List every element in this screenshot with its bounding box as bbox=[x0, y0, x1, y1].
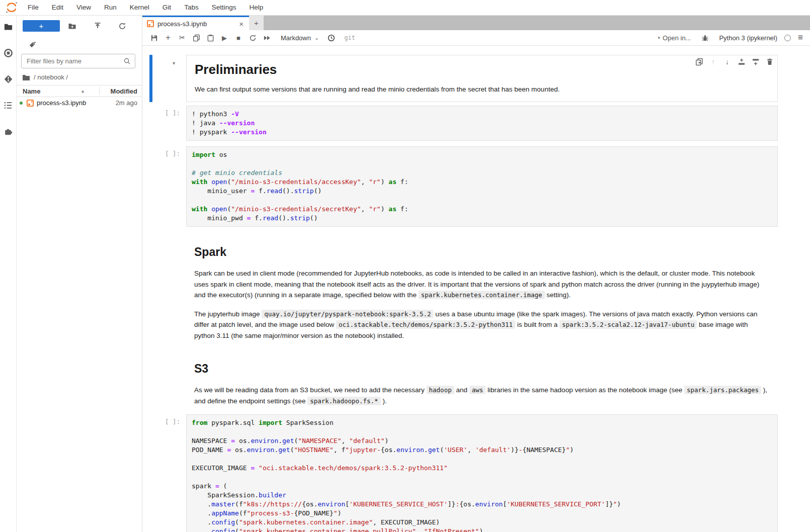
history-clock-icon[interactable] bbox=[324, 32, 338, 44]
menu-item-help[interactable]: Help bbox=[242, 4, 270, 11]
code-cell[interactable]: import os # get minio credentials with o… bbox=[186, 146, 778, 227]
home-folder-icon bbox=[22, 74, 30, 81]
file-browser-secondary-toolbar bbox=[17, 35, 142, 50]
menu-item-settings[interactable]: Settings bbox=[205, 4, 243, 11]
open-in-dropdown[interactable]: ▾ Open in... bbox=[658, 34, 691, 42]
column-header-modified[interactable]: Modified bbox=[100, 87, 142, 95]
cell-1[interactable]: [ ]:! python3 -V ! java --version ! pysp… bbox=[142, 106, 810, 141]
menu-item-tabs[interactable]: Tabs bbox=[178, 4, 205, 11]
cell-4[interactable]: S3As we will be reading data from an S3 … bbox=[142, 349, 810, 414]
menu-item-git[interactable]: Git bbox=[156, 4, 178, 11]
interrupt-kernel-icon[interactable]: ■ bbox=[231, 32, 246, 44]
cell-gutter: [ ]: bbox=[142, 414, 186, 532]
insert-cell-below-icon[interactable] bbox=[751, 57, 760, 66]
duplicate-cell-icon[interactable] bbox=[694, 57, 704, 66]
kernel-name-button[interactable]: Python 3 (ipykernel) bbox=[719, 34, 777, 42]
activity-bar bbox=[0, 16, 17, 532]
text-run: As we will be reading data from an S3 bu… bbox=[194, 386, 427, 394]
notebook-file-icon bbox=[147, 20, 154, 27]
cell-collapser-icon[interactable]: ▾ bbox=[173, 60, 175, 66]
chevron-down-icon: ⌄ bbox=[314, 35, 319, 41]
notebook-file-icon bbox=[27, 100, 34, 107]
paste-cells-icon[interactable] bbox=[203, 32, 217, 44]
code-cell[interactable]: ! python3 -V ! java --version ! pyspark … bbox=[186, 106, 778, 141]
menu-item-file[interactable]: File bbox=[21, 4, 45, 11]
new-launcher-button[interactable]: + bbox=[23, 20, 60, 32]
cell-type-dropdown[interactable]: Markdown ⌄ bbox=[281, 34, 319, 42]
cell-gutter: [ ]: bbox=[142, 106, 186, 141]
menu-item-edit[interactable]: Edit bbox=[45, 4, 70, 11]
menu-item-view[interactable]: View bbox=[70, 4, 98, 11]
restart-kernel-icon[interactable] bbox=[246, 32, 260, 44]
text-run: is built from a bbox=[515, 321, 559, 328]
menu-items: FileEditViewRunKernelGitTabsSettingsHelp bbox=[21, 0, 270, 15]
file-list-header: Name ▲ Modified bbox=[17, 85, 142, 97]
running-kernels-icon[interactable] bbox=[4, 48, 13, 58]
move-cell-down-icon[interactable]: ↓ bbox=[722, 57, 732, 66]
notebook-toolbar: + ✂ ▶ ■ bbox=[142, 30, 810, 46]
file-browser-panel: + bbox=[17, 16, 142, 532]
filter-files-input[interactable] bbox=[27, 57, 123, 65]
text-run: setting). bbox=[545, 291, 571, 299]
delete-cell-icon[interactable] bbox=[765, 57, 774, 66]
code-editor[interactable]: import os # get minio credentials with o… bbox=[192, 150, 772, 223]
git-icon[interactable] bbox=[4, 74, 13, 84]
panel-menu-icon[interactable]: ≡ bbox=[798, 33, 803, 43]
code-cell[interactable]: from pyspark.sql import SparkSession NAM… bbox=[186, 414, 778, 532]
restart-run-all-icon[interactable] bbox=[260, 32, 274, 44]
cell-5[interactable]: [ ]:from pyspark.sql import SparkSession… bbox=[142, 414, 810, 532]
insert-cell-above-icon[interactable] bbox=[737, 57, 746, 66]
cell-gutter bbox=[142, 232, 186, 349]
column-header-name[interactable]: Name ▲ bbox=[17, 87, 99, 95]
markdown-cell[interactable]: SparkSpark can be used in client mode (r… bbox=[186, 232, 778, 349]
upload-icon[interactable] bbox=[85, 20, 110, 32]
markdown-heading: Preliminaries bbox=[195, 62, 769, 77]
run-cell-icon[interactable]: ▶ bbox=[217, 32, 231, 44]
extensions-puzzle-icon[interactable] bbox=[4, 127, 13, 136]
cut-cells-icon[interactable]: ✂ bbox=[175, 32, 189, 44]
cell-prompt: [ ]: bbox=[142, 106, 186, 117]
cell-prompt: [ ]: bbox=[142, 146, 186, 157]
copy-cells-icon[interactable] bbox=[189, 32, 203, 44]
save-icon[interactable] bbox=[147, 32, 161, 44]
menu-item-run[interactable]: Run bbox=[98, 4, 123, 11]
markdown-cell[interactable]: ↑↓PreliminariesWe can first output some … bbox=[186, 55, 778, 102]
tab-close-icon[interactable]: × bbox=[238, 20, 245, 28]
file-list: process-s3.ipynb2m ago bbox=[17, 97, 142, 109]
inline-code: spark.jars.packages bbox=[684, 386, 761, 394]
cell-toolbar: ↑↓ bbox=[694, 57, 774, 66]
cell-list: ▾↑↓PreliminariesWe can first output some… bbox=[142, 55, 810, 532]
debugger-bug-icon[interactable] bbox=[698, 32, 712, 44]
inline-code: spark.hadoopo.fs.* bbox=[307, 397, 380, 405]
markdown-paragraph: We can first output some versions that a… bbox=[195, 84, 769, 95]
table-of-contents-icon[interactable] bbox=[4, 101, 13, 110]
cell-3[interactable]: SparkSpark can be used in client mode (r… bbox=[142, 232, 810, 349]
jupyterhub-logo-icon bbox=[5, 1, 18, 14]
file-row[interactable]: process-s3.ipynb2m ago bbox=[17, 97, 142, 109]
menu-bar: FileEditViewRunKernelGitTabsSettingsHelp bbox=[0, 0, 810, 16]
new-folder-icon[interactable] bbox=[60, 20, 85, 32]
cell-prompt: [ ]: bbox=[142, 414, 186, 425]
kernel-status-icon[interactable] bbox=[784, 35, 791, 41]
menu-item-kernel[interactable]: Kernel bbox=[123, 4, 156, 11]
refresh-icon[interactable] bbox=[110, 20, 135, 32]
search-icon bbox=[123, 57, 131, 65]
markdown-cell[interactable]: S3As we will be reading data from an S3 … bbox=[186, 349, 778, 414]
new-tab-button[interactable]: + bbox=[249, 16, 264, 30]
markdown-paragraph: The jupyterhub image quay.io/jupyter/pys… bbox=[194, 309, 770, 341]
notebook-content[interactable]: ▾↑↓PreliminariesWe can first output some… bbox=[142, 46, 810, 532]
code-editor[interactable]: ! python3 -V ! java --version ! pyspark … bbox=[192, 110, 772, 137]
tab-process-s3[interactable]: process-s3.ipynb × bbox=[142, 16, 249, 30]
cell-0[interactable]: ▾↑↓PreliminariesWe can first output some… bbox=[142, 55, 810, 102]
breadcrumb[interactable]: / notebook / bbox=[17, 68, 142, 85]
code-editor[interactable]: from pyspark.sql import SparkSession NAM… bbox=[192, 418, 772, 532]
git-toolbar-label[interactable]: git bbox=[344, 34, 355, 41]
tag-plus-icon[interactable] bbox=[29, 41, 36, 49]
notebook-panel: process-s3.ipynb × + + ✂ bbox=[142, 16, 810, 532]
cell-2[interactable]: [ ]:import os # get minio credentials wi… bbox=[142, 146, 810, 227]
insert-cell-icon[interactable]: + bbox=[161, 32, 175, 44]
breadcrumb-path: / notebook / bbox=[34, 73, 68, 81]
file-modified: 2m ago bbox=[100, 99, 142, 107]
cell-gutter: [ ]: bbox=[142, 146, 186, 227]
file-browser-icon[interactable] bbox=[4, 22, 13, 32]
